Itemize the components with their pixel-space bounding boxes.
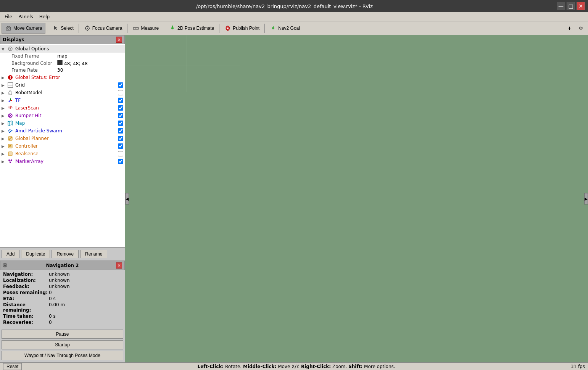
move-camera-button[interactable]: Move Camera	[2, 23, 45, 34]
nav-panel-close[interactable]: ✕	[116, 262, 122, 269]
select-button[interactable]: Select	[49, 23, 77, 34]
camera-icon	[5, 25, 12, 32]
nav2-goal-label: Nav2 Goal	[278, 26, 300, 31]
svg-point-47	[10, 131, 11, 132]
background-color-label: Background Color	[11, 61, 57, 66]
nav2-goal-button[interactable]: Nav2 Goal	[266, 23, 303, 34]
amcl-item[interactable]: ▶ Amcl Particle Swarm	[0, 127, 125, 135]
laserscan-item[interactable]: ▶ LaserScan	[0, 104, 125, 112]
toolbar-separator-1	[47, 24, 47, 33]
realsense-item[interactable]: ▶ Realsense	[0, 150, 125, 158]
svg-rect-0	[6, 27, 11, 30]
tf-icon	[7, 97, 14, 104]
robot-model-expand: ▶	[2, 91, 6, 95]
grid-checkbox[interactable]	[118, 82, 123, 88]
displays-panel-close[interactable]: ✕	[116, 37, 122, 43]
svg-rect-51	[8, 144, 12, 148]
settings-button[interactable]: ⚙	[575, 23, 586, 34]
menu-help[interactable]: Help	[36, 13, 53, 20]
distance-remaining-value: 0.00 m	[49, 302, 122, 307]
pose-estimate-label: 2D Pose Estimate	[177, 26, 214, 31]
collapse-right-arrow[interactable]: ▶	[584, 193, 588, 204]
background-color-swatch	[57, 60, 63, 65]
global-options-expand: ▼	[2, 47, 6, 51]
time-taken-label: Time taken:	[3, 314, 49, 319]
controller-item[interactable]: ▶ Controller	[0, 142, 125, 150]
global-options-item[interactable]: ▼ Global Options	[0, 45, 125, 53]
planner-icon	[7, 135, 14, 142]
localization-row: Localization: unknown	[3, 278, 122, 283]
pause-button[interactable]: Pause	[2, 330, 123, 339]
grid-label: Grid	[15, 82, 116, 88]
focus-icon	[84, 25, 91, 32]
laser-icon	[7, 105, 14, 111]
duplicate-button[interactable]: Duplicate	[21, 250, 50, 258]
fixed-frame-label: Fixed Frame	[11, 53, 57, 59]
svg-point-48	[11, 130, 13, 131]
realsense-icon	[7, 150, 14, 157]
global-planner-checkbox[interactable]	[118, 136, 123, 141]
measure-button[interactable]: Measure	[129, 23, 162, 34]
publish-point-button[interactable]: Publish Point	[221, 23, 263, 34]
amcl-checkbox[interactable]	[118, 128, 123, 134]
measure-label: Measure	[141, 26, 159, 31]
localization-value: unknown	[49, 278, 122, 283]
collapse-left-arrow[interactable]: ◀	[125, 193, 129, 204]
grid-expand: ▶	[2, 83, 6, 87]
bumper-hit-item[interactable]: ▶ Bumper Hit	[0, 112, 125, 119]
add-button[interactable]: Add	[2, 250, 19, 258]
displays-panel-header: Displays ✕	[0, 35, 125, 44]
laserscan-label: LaserScan	[15, 105, 116, 111]
reset-button[interactable]: Reset	[3, 363, 22, 370]
controller-checkbox[interactable]	[118, 143, 123, 149]
minimize-button[interactable]: —	[557, 2, 565, 10]
svg-text:!: !	[10, 76, 11, 80]
svg-point-33	[10, 107, 11, 109]
nav-panel-title: Navigation 2	[46, 263, 79, 268]
bumper-hit-checkbox[interactable]	[118, 113, 123, 118]
publish-point-label: Publish Point	[233, 26, 259, 31]
svg-point-3	[87, 27, 88, 29]
pose-estimate-button[interactable]: 2D Pose Estimate	[166, 23, 217, 34]
laserscan-expand: ▶	[2, 106, 6, 110]
marker-array-item[interactable]: ▶ MarkerArray	[0, 158, 125, 165]
startup-button[interactable]: Startup	[2, 340, 123, 349]
menu-panels[interactable]: Panels	[15, 13, 36, 20]
global-planner-item[interactable]: ▶ Global Planner	[0, 135, 125, 142]
svg-point-28	[11, 93, 11, 93]
marker-array-checkbox[interactable]	[118, 159, 123, 164]
close-button[interactable]: ✕	[577, 2, 585, 10]
marker-icon	[7, 158, 14, 165]
remove-button[interactable]: Remove	[52, 250, 79, 258]
feedback-value: unknown	[49, 284, 122, 289]
ruler-icon	[132, 25, 139, 32]
svg-point-49	[9, 132, 10, 133]
add-display-button[interactable]: +	[564, 23, 575, 34]
tf-checkbox[interactable]	[118, 98, 123, 103]
map-visualization	[125, 35, 240, 92]
realsense-expand: ▶	[2, 152, 6, 156]
rename-button[interactable]: Rename	[80, 250, 107, 258]
tf-item[interactable]: ▶ TF	[0, 97, 125, 104]
realsense-checkbox[interactable]	[118, 151, 123, 156]
grid-item[interactable]: ▶ Grid	[0, 81, 125, 89]
focus-camera-button[interactable]: Focus Camera	[81, 23, 126, 34]
global-status-label: Global Status: Error	[15, 75, 123, 80]
distance-remaining-label: Distance remaining:	[3, 302, 49, 313]
amcl-label: Amcl Particle Swarm	[15, 128, 116, 134]
waypoint-button[interactable]: Waypoint / Nav Through Poses Mode	[2, 351, 123, 360]
global-status-expand: ▶	[2, 76, 6, 80]
map-checkbox[interactable]	[118, 121, 123, 126]
map-item[interactable]: ▶ Map	[0, 119, 125, 127]
fixed-frame-value: map	[57, 53, 123, 59]
laserscan-checkbox[interactable]	[118, 105, 123, 111]
eta-value: 0 s	[49, 296, 122, 301]
titlebar: /opt/ros/humble/share/nav2_bringup/rviz/…	[0, 0, 588, 12]
robot-model-item[interactable]: ▶ RobotModel	[0, 89, 125, 97]
menu-file[interactable]: File	[2, 13, 15, 20]
robot-model-checkbox[interactable]	[118, 90, 123, 95]
feedback-row: Feedback: unknown	[3, 284, 122, 289]
global-status-item[interactable]: ▶ ! Global Status: Error	[0, 74, 125, 81]
error-icon: !	[7, 74, 14, 81]
maximize-button[interactable]: □	[567, 2, 575, 10]
